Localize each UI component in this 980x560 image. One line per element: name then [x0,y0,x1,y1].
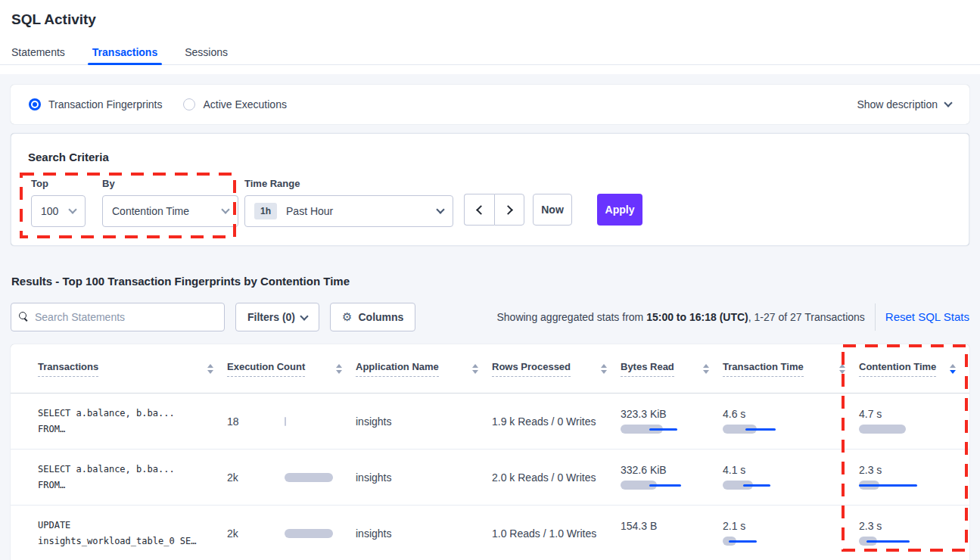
column-header-application-name[interactable]: Application Name [356,361,492,377]
show-description-toggle[interactable]: Show description [857,98,951,110]
rows-processed-cell: 2.0 k Reads / 0 Writes [492,471,621,484]
filters-label: Filters (0) [247,311,295,323]
sort-icon-active[interactable] [950,364,956,374]
sort-icon[interactable] [207,364,213,374]
radio-label: Active Executions [203,98,287,110]
stats-suffix: , 1-27 of 27 Transactions [748,311,865,323]
bytes-read-bar [621,480,683,490]
reset-sql-stats-link[interactable]: Reset SQL Stats [885,310,969,323]
bytes-read-cell: 323.3 KiB [621,408,723,434]
sql-activity-page: SQL Activity Statements Transactions Ses… [0,0,980,560]
by-label: By [102,178,238,189]
search-input[interactable] [35,311,216,323]
rows-processed-cell: 1.9 k Reads / 0 Writes [492,415,621,428]
execution-count-bar [285,528,347,539]
column-header-transactions[interactable]: Transactions [38,361,227,377]
transaction-time-cell: 2.1 s [723,520,859,546]
chevron-down-icon [300,312,308,320]
contention-time-cell: 2.3 s [859,520,969,546]
radio-transaction-fingerprints[interactable]: Transaction Fingerprints [29,98,162,110]
chevron-down-icon [944,98,952,107]
transaction-fingerprint[interactable]: SELECT a.balance, b.ba... FROM… [38,462,227,493]
show-description-label: Show description [857,98,938,110]
by-select-value: Contention Time [112,205,189,217]
sort-icon[interactable] [336,364,342,374]
column-label[interactable]: Application Name [356,361,439,377]
transaction-fingerprint[interactable]: UPDATE insights_workload_table_0 SE… [38,518,227,549]
column-label[interactable]: Contention Time [859,361,936,377]
sort-icon[interactable] [472,364,478,374]
columns-label: Columns [358,311,403,323]
sort-icon[interactable] [839,364,845,374]
transaction-time-bar [723,536,785,546]
bytes-read-bar [621,536,683,546]
transaction-time-bar [723,424,785,434]
column-header-bytes-read[interactable]: Bytes Read [621,361,723,377]
column-header-rows-processed[interactable]: Rows Processed [492,361,621,377]
chevron-down-icon [436,205,444,213]
transactions-table: Transactions Execution Count Application… [11,344,969,560]
chevron-down-icon [68,205,76,213]
columns-button[interactable]: ⚙ Columns [330,303,415,331]
radio-label: Transaction Fingerprints [48,98,162,110]
top-field: Top 100 [31,178,86,227]
previous-time-button[interactable] [464,194,494,226]
table-row[interactable]: UPDATE insights_workload_table_0 SE… 2k … [11,506,969,560]
table-row[interactable]: SELECT a.balance, b.ba... FROM… 18 insig… [11,394,969,450]
results-heading: Results - Top 100 Transaction Fingerprin… [11,275,350,288]
column-label[interactable]: Bytes Read [621,361,674,377]
tab-statements[interactable]: Statements [11,46,65,64]
transaction-time-cell: 4.1 s [723,464,859,490]
column-header-contention-time[interactable]: Contention Time [859,361,969,377]
tab-sessions[interactable]: Sessions [185,46,228,64]
time-range-select[interactable]: 1h Past Hour [244,195,453,227]
column-header-execution-count[interactable]: Execution Count [227,361,356,377]
bytes-read-bar [621,424,683,434]
sort-icon[interactable] [601,364,607,374]
chevron-left-icon [476,205,486,215]
by-field: By Contention Time [102,178,238,227]
transaction-time-bar [723,480,785,490]
sort-icon[interactable] [703,364,709,374]
top-label: Top [31,178,86,189]
time-range-value: Past Hour [286,205,333,217]
page-header: SQL Activity Statements Transactions Ses… [0,0,980,65]
column-label[interactable]: Execution Count [227,361,305,377]
execution-count-cell: 2k [227,527,356,540]
stats-prefix: Showing aggregated stats from [496,311,646,323]
now-button[interactable]: Now [533,194,572,226]
column-label[interactable]: Transaction Time [723,361,804,377]
radio-selected-icon [29,98,41,110]
top-select-value: 100 [41,205,58,217]
execution-count-bar [285,472,347,483]
next-time-button[interactable] [494,194,524,226]
top-select[interactable]: 100 [31,195,86,227]
filters-button[interactable]: Filters (0) [235,303,319,331]
search-criteria-card: Search Criteria Top 100 By Contention Ti… [11,133,969,246]
contention-time-bar [859,424,921,434]
gear-icon: ⚙ [342,310,352,324]
column-header-transaction-time[interactable]: Transaction Time [723,361,859,377]
contention-time-bar [859,536,921,546]
column-label[interactable]: Transactions [38,361,98,377]
column-label[interactable]: Rows Processed [492,361,571,377]
chevron-down-icon [221,205,229,213]
apply-button[interactable]: Apply [597,194,642,226]
table-header-row: Transactions Execution Count Application… [11,344,969,394]
time-nav-group [464,194,524,226]
time-range-badge: 1h [254,203,277,219]
table-row[interactable]: SELECT a.balance, b.ba... FROM… 2k insig… [11,450,969,506]
bytes-read-cell: 154.3 B [621,520,723,546]
transaction-time-cell: 4.6 s [723,408,859,434]
radio-active-executions[interactable]: Active Executions [183,98,287,110]
by-select[interactable]: Contention Time [102,195,238,227]
time-range-label: Time Range [244,178,453,189]
search-statements-box [11,303,225,331]
time-range-field: Time Range 1h Past Hour [244,178,453,227]
rows-processed-cell: 1.0 Reads / 1.0 Writes [492,527,621,540]
tab-transactions[interactable]: Transactions [92,46,157,64]
page-title: SQL Activity [0,0,980,28]
stats-time-range: 15:00 to 16:18 (UTC) [646,311,748,323]
contention-time-bar [859,480,921,490]
transaction-fingerprint[interactable]: SELECT a.balance, b.ba... FROM… [38,406,227,437]
